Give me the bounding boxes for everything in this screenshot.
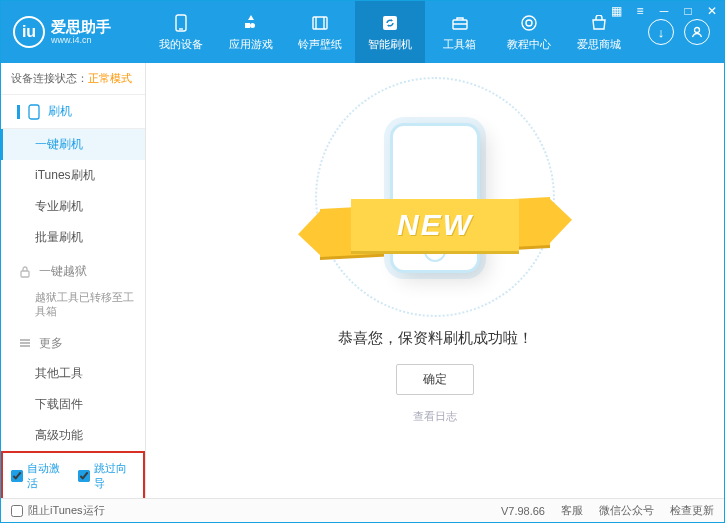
view-log-link[interactable]: 查看日志	[413, 409, 457, 424]
auto-activate-checkbox[interactable]: 自动激活	[11, 461, 68, 491]
sidebar-item-pro-flash[interactable]: 专业刷机	[1, 191, 145, 222]
wechat-link[interactable]: 微信公众号	[599, 503, 654, 518]
footer: 阻止iTunes运行 V7.98.66 客服 微信公众号 检查更新	[1, 498, 724, 522]
jailbreak-note: 越狱工具已转移至工具箱	[1, 286, 145, 325]
nav-label: 教程中心	[507, 37, 551, 52]
toolbox-icon	[450, 13, 470, 33]
maximize-icon[interactable]: □	[680, 3, 696, 19]
svg-point-6	[526, 20, 532, 26]
svg-rect-2	[313, 17, 327, 29]
tutorial-icon	[519, 13, 539, 33]
ribbon-front-icon: NEW	[351, 199, 519, 251]
success-message: 恭喜您，保资料刷机成功啦！	[338, 329, 533, 348]
settings-icon[interactable]: ≡	[632, 3, 648, 19]
sidebar: 设备连接状态：正常模式 刷机 一键刷机 iTunes刷机 专业刷机 批量刷机 一…	[1, 63, 146, 498]
lock-icon	[19, 266, 31, 278]
store-icon	[589, 13, 609, 33]
check-update-link[interactable]: 检查更新	[670, 503, 714, 518]
customer-service-link[interactable]: 客服	[561, 503, 583, 518]
section-label: 刷机	[48, 103, 72, 120]
connection-status: 设备连接状态：正常模式	[1, 63, 145, 95]
list-icon	[19, 338, 31, 348]
nav-label: 工具箱	[443, 37, 476, 52]
nav-my-device[interactable]: 我的设备	[146, 1, 216, 63]
sidebar-item-oneclick-flash[interactable]: 一键刷机	[1, 129, 145, 160]
sidebar-item-itunes-flash[interactable]: iTunes刷机	[1, 160, 145, 191]
app-title: 爱思助手	[51, 19, 111, 36]
app-url: www.i4.cn	[51, 35, 111, 45]
nav-ringtone[interactable]: 铃声壁纸	[285, 1, 355, 63]
status-label: 设备连接状态：	[11, 72, 88, 84]
nav-label: 爱思商城	[577, 37, 621, 52]
menu-icon[interactable]: ▦	[608, 3, 624, 19]
status-value: 正常模式	[88, 72, 132, 84]
sidebar-item-batch-flash[interactable]: 批量刷机	[1, 222, 145, 253]
logo-area: iu 爱思助手 www.i4.cn	[1, 1, 146, 63]
sidebar-section-more[interactable]: 更多	[1, 329, 145, 358]
nav-label: 智能刷机	[368, 37, 412, 52]
nav-label: 应用游戏	[229, 37, 273, 52]
ribbon-text: NEW	[397, 208, 473, 242]
phone-small-icon	[28, 104, 40, 120]
success-illustration: NEW	[305, 113, 565, 283]
nav-toolbox[interactable]: 工具箱	[425, 1, 495, 63]
sidebar-section-jailbreak: 一键越狱	[1, 257, 145, 286]
section-label: 一键越狱	[39, 263, 87, 280]
apps-icon	[241, 13, 261, 33]
svg-rect-3	[383, 16, 397, 30]
nav-tutorial[interactable]: 教程中心	[495, 1, 565, 63]
svg-rect-9	[21, 271, 29, 277]
nav-label: 我的设备	[159, 37, 203, 52]
section-label: 更多	[39, 335, 63, 352]
minimize-icon[interactable]: ─	[656, 3, 672, 19]
nav-apps[interactable]: 应用游戏	[216, 1, 286, 63]
logo-icon: iu	[13, 16, 45, 48]
main-content: NEW 恭喜您，保资料刷机成功啦！ 确定 查看日志	[146, 63, 724, 498]
svg-point-5	[522, 16, 536, 30]
ok-button[interactable]: 确定	[396, 364, 474, 395]
phone-icon	[171, 13, 191, 33]
block-itunes-checkbox[interactable]: 阻止iTunes运行	[11, 503, 105, 518]
nav-label: 铃声壁纸	[298, 37, 342, 52]
skip-setup-checkbox[interactable]: 跳过向导	[78, 461, 135, 491]
svg-rect-8	[29, 105, 39, 119]
version-label: V7.98.66	[501, 505, 545, 517]
section-indicator-icon	[17, 105, 20, 119]
svg-point-7	[695, 28, 700, 33]
window-controls: ▦ ≡ ─ □ ✕	[608, 3, 720, 19]
wallpaper-icon	[310, 13, 330, 33]
sidebar-item-advanced[interactable]: 高级功能	[1, 420, 145, 451]
titlebar: iu 爱思助手 www.i4.cn 我的设备 应用游戏 铃声壁纸 智能刷机 工具…	[1, 1, 724, 63]
sidebar-item-download-firmware[interactable]: 下载固件	[1, 389, 145, 420]
account-button[interactable]	[684, 19, 710, 45]
download-button[interactable]: ↓	[648, 19, 674, 45]
sidebar-section-flash[interactable]: 刷机	[1, 95, 145, 129]
main-nav: 我的设备 应用游戏 铃声壁纸 智能刷机 工具箱 教程中心 爱思商城	[146, 1, 634, 63]
nav-flash[interactable]: 智能刷机	[355, 1, 425, 63]
options-row: 自动激活 跳过向导	[1, 451, 145, 501]
sidebar-item-other-tools[interactable]: 其他工具	[1, 358, 145, 389]
flash-icon	[380, 13, 400, 33]
close-icon[interactable]: ✕	[704, 3, 720, 19]
